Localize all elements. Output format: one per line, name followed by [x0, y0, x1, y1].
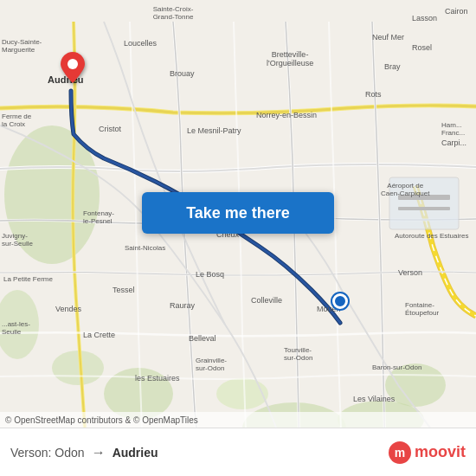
svg-point-12 [68, 59, 78, 69]
map-container: Audrieu Loucelles Sainte-Croix-Grand-Ton… [0, 0, 476, 476]
take-me-there-button[interactable]: Take me there [142, 192, 334, 234]
origin-dot [332, 293, 348, 309]
svg-point-6 [216, 378, 268, 409]
copyright-text: © OpenStreetMap contributors & © OpenMap… [5, 415, 198, 425]
moovit-logo: m moovit [389, 441, 466, 464]
bottom-bar: Verson: Odon → Audrieu m moovit [0, 428, 476, 476]
from-label: Verson: Odon [10, 446, 85, 460]
destination-pin [61, 52, 85, 87]
svg-point-4 [52, 351, 104, 385]
svg-text:m: m [395, 446, 405, 460]
to-label: Audrieu [113, 446, 158, 460]
svg-rect-10 [398, 207, 450, 210]
copyright-bar: © OpenStreetMap contributors & © OpenMap… [0, 412, 476, 428]
svg-point-3 [385, 363, 446, 407]
svg-rect-9 [398, 195, 450, 200]
svg-point-5 [0, 290, 39, 359]
svg-rect-8 [389, 177, 459, 229]
moovit-icon: m [389, 441, 411, 464]
route-info: Verson: Odon → Audrieu [10, 445, 158, 460]
moovit-text: moovit [415, 443, 466, 461]
arrow-icon: → [92, 445, 106, 460]
